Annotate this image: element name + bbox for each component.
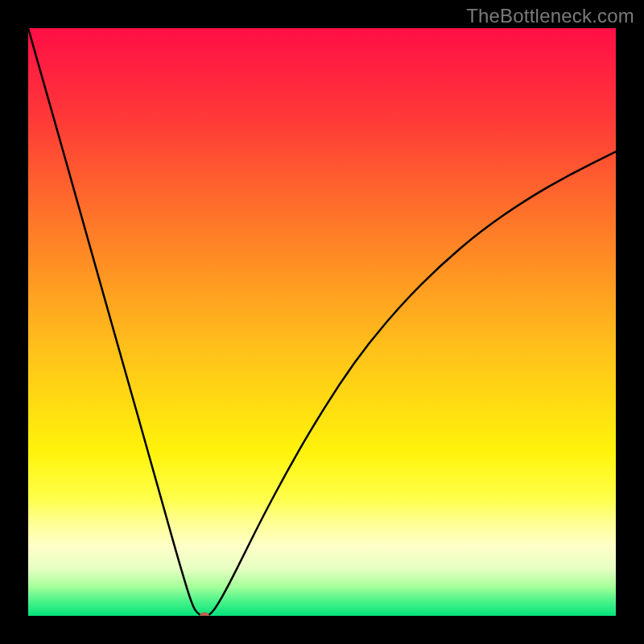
curve-layer	[28, 28, 616, 616]
chart-frame: TheBottleneck.com	[0, 0, 644, 644]
plot-area	[28, 28, 616, 616]
watermark-label: TheBottleneck.com	[466, 5, 634, 27]
optimum-marker	[200, 613, 209, 617]
bottleneck-curve	[28, 28, 616, 616]
